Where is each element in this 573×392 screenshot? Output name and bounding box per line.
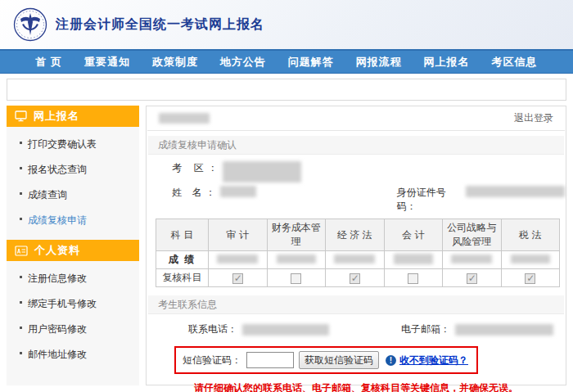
id-number-value-redacted (466, 186, 565, 197)
sidebar-section-personal-info: 个人资料 (7, 240, 139, 261)
bullet-icon (20, 327, 22, 329)
section-title-candidate-contact-info: 考生联系信息 (148, 295, 564, 314)
site-header: 注册会计师全国统一考试网上报名 (0, 0, 573, 49)
score-redacted (217, 255, 258, 264)
sidebar-item-registration-status[interactable]: 报名状态查询 (7, 157, 139, 182)
score-redacted (334, 255, 375, 264)
score-redacted (451, 255, 492, 264)
name-label: 姓 名 (172, 186, 215, 200)
col-accounting: 会 计 (384, 219, 443, 251)
name-value-redacted (220, 186, 256, 197)
page-title: 注册会计师全国统一考试网上报名 (56, 16, 264, 34)
sidebar-item-label: 注册信息修改 (28, 273, 87, 284)
review-checkbox-tax-law[interactable] (525, 273, 535, 284)
review-subjects-row: 复核科目 (156, 269, 560, 287)
sidebar-item-label: 成绩复核申请 (28, 214, 87, 226)
score-redacted (394, 254, 433, 264)
sidebar-item-registration-info-edit[interactable]: 注册信息修改 (7, 266, 139, 291)
bullet-icon (20, 192, 22, 195)
sidebar-item-label: 成绩查询 (28, 189, 67, 201)
sidebar-item-label: 绑定手机号修改 (28, 298, 97, 309)
user-bar: 退出登录 (147, 106, 565, 131)
score-table: 科 目 审 计 财务成本管理 经 济 法 会 计 公司战略与风险管理 税 法 成… (156, 219, 560, 287)
confirmation-warning-text: 请仔细确认您的联系电话、电子邮箱、复核科目等关键信息，并确保无误。 (147, 381, 565, 392)
bullet-icon (20, 218, 22, 220)
bullet-icon (20, 276, 22, 278)
col-strategy-risk: 公司战略与风险管理 (443, 219, 502, 251)
cannot-receive-code-link[interactable]: 收不到验证码？ (399, 354, 468, 367)
nav-item-local-announcements[interactable]: 地方公告 (220, 55, 266, 70)
score-cell (267, 251, 326, 269)
review-checkbox-economic-law[interactable] (350, 273, 360, 284)
checkbox-cell (209, 269, 268, 287)
sms-code-label: 短信验证码： (183, 354, 241, 367)
sidebar-item-label: 邮件地址修改 (28, 349, 87, 360)
exam-area-label: 考 区 (172, 161, 218, 175)
checkbox-cell (384, 269, 443, 287)
name-id-row: 姓 名 身份证件号码： (172, 186, 565, 214)
review-checkbox-audit[interactable] (232, 273, 243, 284)
sidebar-item-score-review-application[interactable]: 成绩复核申请 (7, 208, 139, 233)
sidebar-item-score-query[interactable]: 成绩查询 (7, 182, 139, 208)
review-checkbox-strategy-risk[interactable] (467, 273, 477, 284)
score-cell (384, 251, 443, 269)
sidebar-item-print-payment-confirmation[interactable]: 打印交费确认表 (7, 132, 139, 157)
sidebar-section-title: 网上报名 (34, 109, 79, 124)
sidebar-item-label: 用户密码修改 (28, 323, 87, 335)
id-card-icon (15, 246, 28, 256)
checkbox-cell (267, 269, 326, 287)
sidebar-item-label: 报名状态查询 (28, 164, 87, 175)
sms-code-input[interactable] (246, 352, 294, 368)
nav-item-policies[interactable]: 政策制度 (152, 55, 198, 70)
col-economic-law: 经 济 法 (326, 219, 385, 251)
col-financial-cost-mgmt: 财务成本管理 (267, 219, 326, 251)
nav-item-faq[interactable]: 问题解答 (288, 55, 334, 70)
nav-item-home[interactable]: 首 页 (35, 55, 62, 70)
sidebar-item-email-edit[interactable]: 邮件地址修改 (7, 342, 139, 367)
score-cell (443, 251, 502, 269)
review-checkbox-financial-cost-mgmt[interactable] (291, 273, 301, 284)
sms-annotation-box: 短信验证码： 获取短信验证码 ! 收不到验证码？ (174, 346, 478, 374)
score-cell (501, 251, 560, 269)
sidebar-section-title: 个人资料 (34, 243, 80, 258)
checkbox-cell (501, 269, 560, 287)
review-checkbox-accounting[interactable] (408, 273, 418, 284)
nav-item-process[interactable]: 网报流程 (356, 55, 402, 70)
col-subject: 科 目 (156, 219, 209, 251)
phone-value-redacted (242, 324, 329, 336)
bullet-icon (20, 352, 22, 354)
checkbox-cell (443, 269, 502, 287)
checkbox-cell (326, 269, 385, 287)
bullet-icon (20, 301, 22, 304)
bullet-icon (20, 142, 22, 144)
nav-item-notices[interactable]: 重要通知 (84, 55, 130, 70)
exam-area-row: 考 区 (172, 161, 565, 182)
sidebar: 网上报名 打印交费确认表 报名状态查询 成绩查询 成绩复核申请 个人资料 注册信… (7, 106, 139, 385)
section-title-score-review-confirmation: 成绩复核申请确认 (148, 136, 564, 155)
score-row-label: 成 绩 (156, 251, 209, 269)
main-panel: 退出登录 成绩复核申请确认 考 区 姓 名 身份证件号码： 科 目 审 计 财务… (146, 106, 566, 385)
phone-label: 联系电话： (188, 322, 237, 336)
email-value-redacted (455, 324, 553, 336)
cicpa-logo-icon (13, 7, 47, 42)
monitor-icon (15, 110, 27, 122)
sidebar-item-bound-phone-edit[interactable]: 绑定手机号修改 (7, 291, 139, 317)
contact-row: 联系电话： 电子邮箱： (147, 314, 565, 336)
col-tax-law: 税 法 (501, 219, 560, 251)
score-cell (209, 251, 268, 269)
logout-link[interactable]: 退出登录 (514, 111, 553, 125)
id-number-label: 身份证件号码： (397, 186, 462, 214)
bullet-icon (20, 167, 22, 169)
username-redacted (159, 113, 210, 124)
col-audit: 审 计 (209, 219, 268, 251)
get-sms-code-button[interactable]: 获取短信验证码 (299, 351, 379, 369)
email-label: 电子邮箱： (401, 322, 450, 336)
nav-item-online-registration[interactable]: 网上报名 (424, 55, 470, 70)
main-nav: 首 页 重要通知 政策制度 地方公告 问题解答 网报流程 网上报名 考区信息 (0, 49, 573, 74)
review-row-label: 复核科目 (156, 269, 209, 287)
score-redacted (511, 255, 550, 264)
sidebar-item-password-edit[interactable]: 用户密码修改 (7, 317, 139, 342)
nav-item-exam-area-info[interactable]: 考区信息 (492, 55, 538, 70)
notice-strip (7, 79, 566, 101)
info-icon: ! (386, 355, 396, 366)
